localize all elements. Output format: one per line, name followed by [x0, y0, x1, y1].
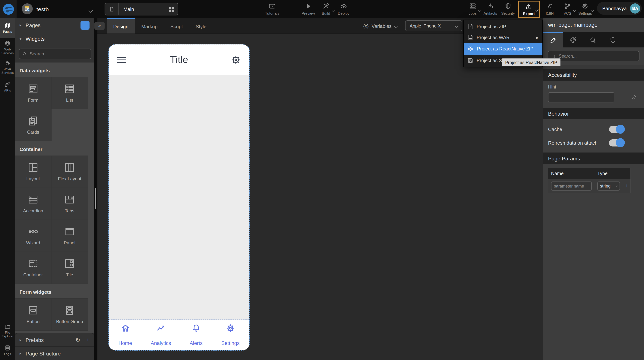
preview-button[interactable]: Preview — [300, 1, 317, 16]
user-menu[interactable]: Bandhavya BA — [597, 2, 642, 15]
refresh-data-toggle[interactable] — [609, 139, 624, 146]
export-chevron-down-icon[interactable] — [535, 8, 538, 12]
build-chevron-down-icon[interactable] — [332, 8, 334, 12]
tab-style[interactable]: Style — [189, 18, 213, 34]
nav-item-home[interactable]: Home — [118, 323, 132, 346]
prefabs-add-icon[interactable]: + — [86, 337, 90, 343]
variables-button[interactable]: {x} Variables — [364, 18, 398, 34]
tab-script[interactable]: Script — [164, 18, 189, 34]
security-button[interactable]: Security — [499, 1, 517, 16]
pages-section-header[interactable]: ▸ Pages + — [15, 18, 94, 32]
cache-toggle[interactable] — [609, 126, 624, 133]
widget-flex-layout[interactable]: Flex Layout — [52, 156, 88, 188]
page-file-icon — [105, 3, 119, 15]
open-page-tab-main[interactable]: Main — [104, 3, 178, 16]
nav-item-settings[interactable]: Settings — [221, 323, 240, 346]
tab-markup[interactable]: Markup — [135, 18, 164, 34]
widget-tabs[interactable]: Tabs — [52, 188, 88, 220]
vcs-branch-icon — [564, 2, 572, 10]
pages-grid-icon[interactable] — [169, 6, 174, 12]
widget-layout[interactable]: Layout — [15, 156, 51, 188]
build-button[interactable]: Build — [317, 1, 335, 16]
rail-item-apis[interactable]: APIs — [0, 77, 15, 96]
add-param-button[interactable]: + — [623, 183, 630, 189]
prefabs-refresh-icon[interactable]: ↻ — [76, 336, 80, 343]
rail-item-file-explorer[interactable]: File Explorer — [0, 321, 15, 340]
tab-properties[interactable] — [543, 32, 563, 48]
wavemaker-logo[interactable] — [0, 0, 16, 18]
widget-button-group[interactable]: Button Group — [52, 299, 88, 330]
property-search-box[interactable] — [548, 51, 640, 61]
accessibility-section-header[interactable]: Accessibility — [543, 69, 644, 81]
mobile-header-widget[interactable]: Title — [109, 44, 250, 75]
widgets-section-header[interactable]: ▾ Widgets — [15, 32, 94, 45]
export-label: Export — [523, 12, 535, 16]
widget-wizard[interactable]: Wizard — [15, 220, 51, 252]
tab-security[interactable] — [603, 32, 623, 48]
phone-preview[interactable]: Title Home Analytics Alerts — [109, 44, 250, 350]
page-structure-section-header[interactable]: ▸ Page Structure — [15, 346, 94, 360]
widgets-collapse-arrow-icon[interactable]: ▾ — [20, 37, 26, 41]
page-structure-collapse-arrow-icon[interactable]: ▸ — [20, 351, 26, 355]
artifacts-button[interactable]: Artifacts — [482, 1, 499, 16]
hint-input[interactable] — [548, 92, 614, 102]
rail-item-web-services[interactable]: Web Services — [0, 38, 15, 57]
i18n-button[interactable]: I18N — [541, 1, 558, 16]
vcs-button[interactable]: VCS — [558, 1, 576, 16]
param-type-select[interactable]: string — [597, 181, 620, 190]
widget-search-input[interactable] — [30, 51, 88, 57]
project-name[interactable]: testb — [36, 6, 49, 13]
mobile-header-gear-icon[interactable] — [230, 54, 242, 65]
prefabs-collapse-arrow-icon[interactable]: ▸ — [20, 338, 26, 342]
nav-item-alerts[interactable]: Alerts — [190, 323, 202, 346]
rail-item-java-services[interactable]: Java Services — [0, 57, 15, 77]
panel-scrollbar-thumb[interactable] — [95, 188, 96, 209]
rail-item-pages[interactable]: Pages — [0, 18, 15, 38]
settings-button[interactable]: Settings — [576, 1, 594, 16]
page-params-section-header[interactable]: Page Params — [543, 152, 644, 164]
widget-container[interactable]: Container — [15, 252, 51, 284]
jobs-chevron-down-icon[interactable] — [478, 8, 481, 12]
pages-collapse-arrow-icon[interactable]: ▸ — [20, 23, 26, 27]
behavior-section-header[interactable]: Behavior — [543, 108, 644, 119]
tab-design[interactable]: Design — [107, 18, 135, 34]
nav-home-label: Home — [118, 340, 132, 346]
widget-list-item[interactable]: List — [52, 77, 88, 109]
widget-form[interactable]: Form — [15, 77, 51, 109]
prefabs-section-header[interactable]: ▸ Prefabs ↻ + — [15, 333, 94, 346]
widget-flex-layout-label: Flex Layout — [58, 176, 81, 182]
tab-styles[interactable] — [563, 32, 583, 48]
widget-tile[interactable]: Tile — [52, 252, 88, 284]
mobile-page-content[interactable] — [109, 75, 250, 320]
form-icon — [28, 83, 39, 95]
widget-accordion[interactable]: Accordion — [15, 188, 51, 220]
mobile-bottom-nav: Home Analytics Alerts Settings — [109, 320, 250, 350]
tab-events[interactable] — [583, 32, 603, 48]
jobs-button[interactable]: Jobs — [464, 1, 482, 16]
settings-chevron-down-icon[interactable] — [591, 8, 594, 12]
menu-item-project-as-reactnative-zip[interactable]: Project as ReactNative ZIP — [464, 43, 542, 55]
device-select[interactable]: Apple iPhone X — [405, 20, 462, 31]
mobile-page-title[interactable]: Title — [109, 54, 250, 66]
tutorials-button[interactable]: Tutorials — [263, 1, 281, 16]
deploy-button[interactable]: Deploy — [335, 1, 352, 16]
nav-item-analytics[interactable]: Analytics — [151, 323, 171, 346]
property-search-input[interactable] — [558, 54, 636, 59]
collapse-panel-button[interactable]: « — [94, 22, 104, 30]
widget-button[interactable]: Button — [15, 299, 51, 330]
export-button[interactable]: Export — [518, 1, 540, 18]
project-avatar[interactable] — [22, 4, 33, 14]
widget-panel[interactable]: Panel — [52, 220, 88, 252]
param-name-input[interactable] — [551, 181, 592, 190]
menu-item-project-as-zip[interactable]: Project as ZIP — [464, 21, 542, 32]
add-page-button[interactable]: + — [80, 21, 90, 30]
bind-link-icon[interactable] — [631, 94, 637, 101]
project-menu-chevron-down-icon[interactable] — [89, 7, 92, 14]
menu-item-project-as-war[interactable]: Project as WAR ▶ — [464, 32, 542, 43]
rail-item-logs[interactable]: Logs — [0, 340, 15, 360]
vcs-chevron-down-icon[interactable] — [573, 8, 576, 12]
widget-search-box[interactable] — [19, 49, 92, 59]
build-label: Build — [322, 11, 330, 16]
widget-cards[interactable]: Cards — [15, 109, 51, 141]
widget-tabs-label: Tabs — [65, 208, 74, 214]
